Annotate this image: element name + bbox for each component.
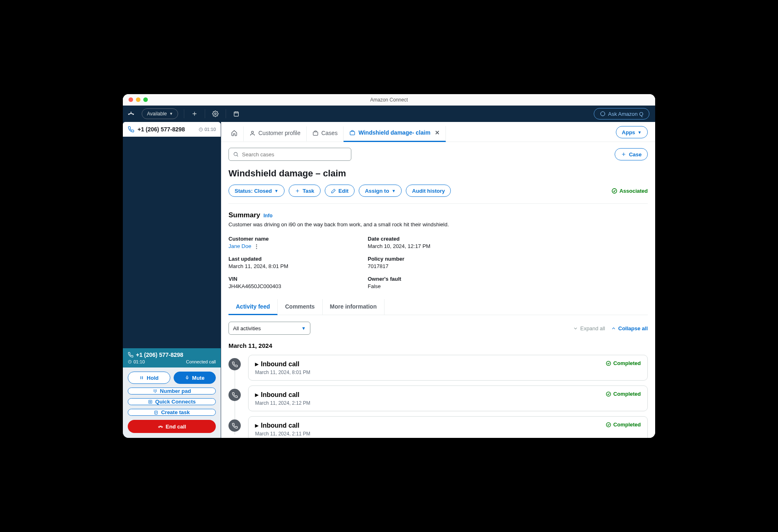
expand-all-link[interactable]: Expand all (573, 325, 605, 331)
clock-icon (128, 360, 132, 364)
page-title: Windshield damage – claim (228, 168, 648, 179)
chevron-down-icon (573, 326, 578, 331)
incoming-call-card[interactable]: +1 (206) 577-8298 01:10 (123, 122, 221, 137)
hangup-icon (158, 424, 163, 429)
activity-timestamp: March 11, 2024, 2:11 PM (255, 431, 606, 437)
svg-point-11 (156, 391, 157, 392)
pause-icon (139, 375, 144, 380)
apps-button[interactable]: Apps ▼ (616, 126, 648, 138)
tab-cases[interactable]: Cases (307, 126, 344, 141)
phone-icon (228, 389, 241, 401)
mute-button[interactable]: Mute (174, 372, 216, 384)
ccp-timer: 01:10 (133, 359, 145, 364)
svg-rect-1 (234, 112, 239, 116)
caret-right-icon: ▸ (255, 360, 258, 368)
ccp-panel: +1 (206) 577-8298 01:10 Connected call (123, 348, 221, 438)
subtab-activity-feed[interactable]: Activity feed (228, 299, 278, 315)
tabbar: Customer profile Cases Windshield damage… (221, 122, 655, 142)
sparkle-icon (600, 111, 606, 117)
activity-toggle[interactable]: ▸ Inbound call (255, 360, 606, 368)
summary-heading: Summary (228, 211, 260, 219)
agent-status-selector[interactable]: Available ▼ (142, 108, 178, 119)
subtab-comments[interactable]: Comments (278, 299, 322, 315)
link-icon (148, 399, 153, 404)
svg-point-18 (234, 152, 237, 156)
check-circle-icon (606, 391, 611, 397)
activity-status: Completed (606, 360, 641, 366)
activity-status: Completed (606, 422, 641, 428)
action-row: Status: Closed ▼ Task Edit Assign to ▼ (228, 185, 648, 204)
edit-button[interactable]: Edit (325, 185, 355, 197)
svg-point-12 (155, 392, 156, 393)
svg-rect-17 (350, 131, 355, 135)
activity-filter-select[interactable]: All activities ▼ (228, 322, 310, 335)
ask-amazon-q-button[interactable]: Ask Amazon Q (594, 108, 649, 119)
activity-toggle[interactable]: ▸ Inbound call (255, 422, 606, 429)
quick-connects-button[interactable]: Quick Connects (128, 398, 216, 405)
mic-icon (185, 375, 190, 380)
activity-timestamp: March 11, 2024, 2:12 PM (255, 400, 606, 406)
ask-q-label: Ask Amazon Q (608, 111, 643, 117)
field-last-updated: Last updated March 11, 2024, 8:01 PM (228, 256, 351, 269)
calendar-icon[interactable] (232, 109, 241, 118)
main-content: Customer profile Cases Windshield damage… (221, 122, 655, 438)
briefcase-icon (312, 130, 319, 136)
pencil-icon (331, 188, 336, 194)
summary-info-link[interactable]: Info (263, 213, 272, 219)
svg-rect-13 (149, 400, 152, 404)
close-tab-icon[interactable]: ✕ (435, 129, 440, 136)
phone-icon (228, 419, 241, 432)
caret-down-icon: ▼ (391, 189, 396, 193)
kebab-icon[interactable]: ⋮ (254, 243, 259, 249)
status-button[interactable]: Status: Closed ▼ (228, 185, 285, 197)
tab-home[interactable] (228, 126, 244, 141)
search-icon (233, 151, 239, 157)
field-owners-fault: Owner's fault False (368, 276, 491, 289)
svg-point-15 (251, 131, 253, 133)
customer-name-link[interactable]: Jane Doe ⋮ (228, 243, 351, 249)
phone-icon (228, 358, 241, 370)
activity-item: ▸ Inbound call March 11, 2024, 2:11 PM C… (248, 416, 648, 438)
mac-titlebar: Amazon Connect (123, 94, 655, 106)
window-title: Amazon Connect (123, 97, 655, 103)
home-icon (231, 130, 237, 136)
add-task-button[interactable]: Task (289, 185, 321, 197)
end-call-button[interactable]: End call (128, 420, 216, 433)
hold-button[interactable]: Hold (128, 372, 170, 384)
new-case-button[interactable]: Case (615, 148, 648, 160)
person-icon (249, 130, 256, 136)
phone-icon (128, 126, 134, 133)
collapse-all-link[interactable]: Collapse all (611, 325, 648, 331)
ccp-state: Connected call (186, 359, 216, 364)
ccp-header: +1 (206) 577-8298 01:10 Connected call (123, 348, 221, 367)
create-task-button[interactable]: Create task (128, 409, 216, 416)
svg-point-8 (156, 390, 157, 390)
agent-status-label: Available (147, 111, 167, 117)
field-vin: VIN JH4KA4650JC000403 (228, 276, 351, 289)
search-cases-input[interactable] (228, 148, 351, 161)
assign-button[interactable]: Assign to ▼ (359, 185, 402, 197)
phone-icon (128, 352, 133, 358)
plus-icon (295, 188, 300, 194)
check-circle-icon (611, 188, 617, 194)
subtab-more-info[interactable]: More information (323, 299, 384, 315)
svg-point-7 (155, 390, 156, 390)
clock-icon (199, 127, 203, 132)
audit-history-button[interactable]: Audit history (406, 185, 451, 197)
call-timer: 01:10 (199, 127, 216, 132)
activity-toggle[interactable]: ▸ Inbound call (255, 391, 606, 399)
settings-gear-icon[interactable] (211, 109, 220, 118)
activity-status: Completed (606, 391, 641, 397)
tab-active-case[interactable]: Windshield damage- claim ✕ (344, 126, 446, 142)
svg-point-9 (154, 391, 154, 392)
caret-right-icon: ▸ (255, 391, 258, 399)
number-pad-button[interactable]: Number pad (128, 388, 216, 394)
field-date-created: Date created March 10, 2024, 12:17 PM (368, 236, 491, 249)
field-policy-number: Policy number 7017817 (368, 256, 491, 269)
caret-down-icon: ▼ (638, 130, 642, 135)
add-icon[interactable] (190, 109, 199, 118)
svg-point-6 (154, 390, 154, 390)
svg-point-10 (155, 391, 156, 392)
caret-down-icon: ▼ (274, 189, 278, 193)
tab-customer-profile[interactable]: Customer profile (244, 126, 307, 141)
